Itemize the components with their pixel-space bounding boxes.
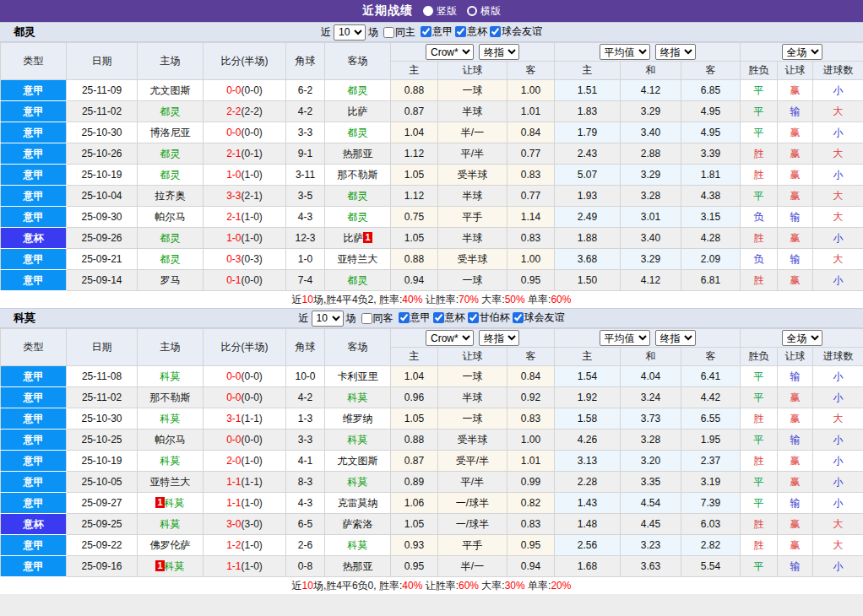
summary-text: 大率:: [479, 580, 505, 592]
result-outcome: 平: [741, 387, 778, 408]
league-filter[interactable]: 球会友谊: [510, 311, 565, 325]
matches-label: 场: [368, 25, 378, 40]
final-index-select-2[interactable]: 终指: [655, 330, 696, 346]
fulltime-score: 0-0: [226, 127, 241, 138]
fulltime-score: 2-0: [226, 455, 241, 467]
handicap-line: 受半球: [438, 249, 507, 270]
date-cell: 25-10-30: [67, 408, 138, 430]
score-cell: 0-3(0-3): [204, 249, 286, 270]
score-cell: 0-0(0-0): [204, 366, 286, 387]
result-outcome: 平: [741, 556, 778, 577]
corner-cell: 4-2: [286, 101, 325, 122]
bookmaker-select[interactable]: Crow*: [426, 44, 474, 60]
euro-draw-odds: 2.88: [621, 143, 681, 165]
scope-select[interactable]: 全场: [782, 330, 822, 346]
league-badge: 意甲: [1, 556, 67, 577]
result-goals: 小: [813, 80, 863, 101]
handicap-away-odds: 1.00: [507, 430, 555, 451]
away-team-name: 科莫: [348, 539, 368, 551]
match-count-select[interactable]: 10: [312, 311, 344, 327]
corner-cell: 6-2: [286, 80, 325, 101]
league-checkbox[interactable]: [455, 26, 466, 37]
league-label: 意甲: [410, 311, 431, 325]
same-venue-filter[interactable]: 同主: [381, 25, 415, 40]
same-venue-checkbox[interactable]: [361, 313, 372, 324]
halftime-score: (0-0): [242, 274, 263, 286]
match-row: 意甲25-11-02那不勒斯0-0(0-0)4-2科莫0.96半球0.921.9…: [1, 387, 863, 408]
league-filters: 意甲意杯甘伯杯球会友谊: [396, 311, 565, 326]
league-checkbox[interactable]: [433, 312, 444, 323]
league-badge: 意甲: [1, 430, 67, 451]
col-away: 客场: [325, 43, 391, 80]
away-team-name: 尤文图斯: [338, 455, 378, 467]
same-venue-checkbox[interactable]: [383, 27, 394, 38]
score-cell: 0-0(0-0): [204, 80, 286, 101]
final-index-select[interactable]: 终指: [479, 44, 519, 60]
result-handicap: 赢: [778, 535, 813, 556]
league-filter[interactable]: 球会友谊: [487, 24, 542, 39]
col-date: 日期: [67, 329, 138, 366]
away-team-cell: 科莫: [325, 430, 391, 451]
col-home: 主场: [138, 329, 204, 366]
average-select[interactable]: 平均值: [600, 330, 650, 346]
away-team-cell: 克雷莫纳: [325, 493, 391, 514]
result-goals: 大: [813, 186, 863, 207]
handicap-away-odds: 0.99: [507, 472, 555, 493]
average-select[interactable]: 平均值: [600, 44, 650, 60]
league-badge: 意甲: [1, 493, 67, 514]
euro-home-odds: 1.88: [555, 228, 621, 249]
league-filter[interactable]: 意杯: [431, 311, 465, 325]
league-checkbox[interactable]: [468, 312, 479, 323]
euro-draw-odds: 3.40: [621, 122, 681, 143]
corner-cell: 1-3: [286, 408, 325, 430]
league-filter[interactable]: 意甲: [396, 311, 431, 325]
handicap-home-odds: 0.88: [391, 249, 438, 270]
match-count-select[interactable]: 10: [334, 24, 366, 41]
home-team-name: 拉齐奥: [155, 190, 186, 202]
away-team-name: 都灵: [348, 84, 368, 96]
corner-cell: 4-3: [286, 207, 325, 228]
layout-horizontal-radio[interactable]: 横版: [467, 4, 501, 19]
league-checkbox[interactable]: [421, 26, 432, 37]
handicap-away-odds: 0.77: [507, 186, 555, 207]
same-venue-filter[interactable]: 同客: [359, 311, 394, 326]
euro-home-odds: 2.28: [555, 472, 621, 493]
league-filter[interactable]: 甘伯杯: [465, 311, 510, 325]
handicap-away-odds: 0.84: [507, 122, 555, 143]
date-cell: 25-09-25: [67, 514, 138, 535]
result-outcome: 胜: [741, 451, 778, 472]
match-row: 意甲25-10-30博洛尼亚0-0(0-0)3-3都灵1.04半/一0.841.…: [1, 122, 863, 143]
score-cell: 2-1(1-0): [204, 207, 286, 228]
scope-select[interactable]: 全场: [782, 44, 822, 60]
corner-cell: 4-3: [286, 493, 325, 514]
away-team-cell: 亚特兰大: [325, 249, 391, 270]
team-section-header: 都灵 近 10 场 同主 意甲意杯球会友谊: [0, 22, 863, 42]
league-filter[interactable]: 意杯: [453, 24, 487, 39]
layout-vertical-radio[interactable]: 竖版: [423, 4, 457, 19]
league-checkbox[interactable]: [490, 26, 501, 37]
euro-draw-odds: 3.29: [621, 249, 681, 270]
euro-away-odds: 1.95: [681, 430, 741, 451]
away-team-name: 都灵: [348, 274, 368, 286]
result-goals: 大: [813, 408, 863, 430]
final-index-select-2[interactable]: 终指: [655, 44, 696, 60]
col-score: 比分(半场): [204, 329, 286, 366]
league-filter[interactable]: 意甲: [418, 24, 453, 39]
final-index-select[interactable]: 终指: [479, 330, 519, 346]
summary-stat-value: 60%: [459, 580, 479, 592]
away-team-cell: 卡利亚里: [325, 366, 391, 387]
sub-eu-home: 主: [555, 62, 621, 80]
handicap-line: 半球: [438, 186, 507, 207]
match-row: 意甲25-09-21都灵0-3(0-3)1-0亚特兰大0.88受半球1.003.…: [1, 249, 863, 270]
halftime-score: (1-1): [242, 476, 263, 488]
euro-group-header: 平均值 终指: [555, 43, 741, 62]
league-checkbox[interactable]: [513, 312, 524, 323]
date-cell: 25-10-19: [67, 451, 138, 472]
summary-stat-value: 10: [302, 580, 313, 592]
euro-draw-odds: 3.24: [621, 387, 681, 408]
league-checkbox[interactable]: [399, 312, 410, 323]
match-row: 意甲25-09-22佛罗伦萨1-2(1-0)2-6科莫0.93平手0.952.5…: [1, 535, 863, 556]
away-team-cell: 都灵: [325, 270, 391, 291]
euro-away-odds: 6.41: [681, 366, 741, 387]
bookmaker-select[interactable]: Crow*: [426, 330, 474, 346]
